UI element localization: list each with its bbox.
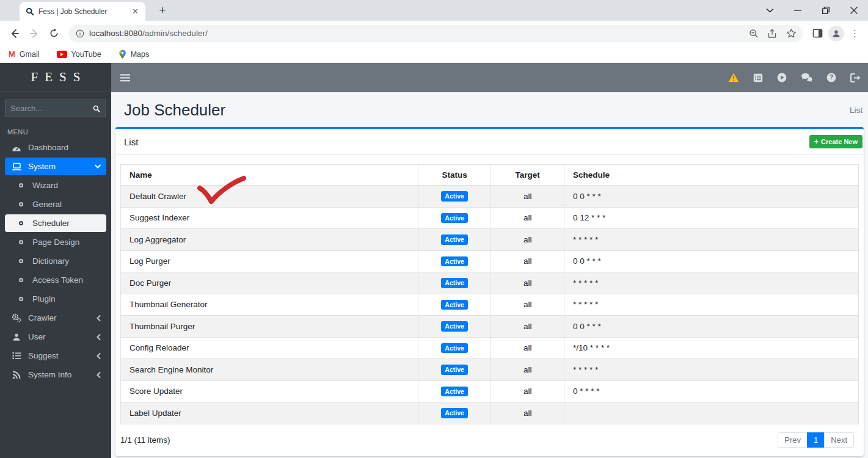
job-name: Suggest Indexer	[121, 207, 418, 229]
address-bar[interactable]: localhost:8080/admin/scheduler/	[68, 25, 803, 42]
table-row[interactable]: Default CrawlerActiveall0 0 * * *	[121, 186, 859, 208]
window-restore-icon[interactable]	[812, 0, 840, 21]
job-schedule: 0 * * * *	[564, 380, 858, 402]
sidebar-item-system[interactable]: System	[5, 158, 106, 175]
status-badge: Active	[441, 213, 468, 224]
url-text[interactable]: localhost:8080/admin/scheduler/	[89, 29, 744, 38]
bookmark-gmail[interactable]: MGmail	[9, 49, 40, 59]
job-target: all	[491, 272, 564, 294]
bookmarks-bar: MGmail YouTube Maps	[0, 46, 868, 63]
sidebar-item-plugin[interactable]: Plugin	[5, 290, 106, 308]
tab-close-icon[interactable]: ✕	[130, 7, 140, 16]
site-info-icon[interactable]	[76, 29, 84, 38]
sidebar-search-button[interactable]	[87, 100, 106, 117]
table-row[interactable]: Search Engine MonitorActiveall* * * * *	[121, 359, 859, 381]
sidebar-item-wizard[interactable]: Wizard	[5, 176, 106, 194]
table-row[interactable]: Label UpdaterActiveall	[121, 402, 859, 424]
job-schedule: 0 0 * * *	[564, 316, 858, 338]
sidebar-item-access-token[interactable]: Access Token	[5, 271, 106, 289]
table-row[interactable]: Thumbnail GeneratorActiveall* * * * *	[121, 294, 859, 316]
sidebar-item-dashboard[interactable]: Dashboard	[5, 139, 106, 156]
warning-icon[interactable]	[728, 73, 739, 82]
chevron-left-icon	[97, 334, 101, 340]
sidebar-item-general[interactable]: General	[5, 195, 106, 213]
sidebar-item-crawler[interactable]: Crawler	[5, 309, 106, 327]
window-minimize-icon[interactable]	[784, 0, 812, 21]
status-badge: Active	[441, 408, 468, 418]
comments-icon[interactable]	[801, 73, 812, 82]
sidebar-item-page-design[interactable]: Page Design	[5, 233, 106, 251]
top-navbar: ?	[111, 63, 868, 92]
sidebar-item-scheduler[interactable]: Scheduler	[5, 214, 106, 232]
new-tab-button[interactable]: +	[154, 2, 171, 19]
maps-icon	[119, 49, 126, 59]
job-target: all	[491, 186, 564, 208]
question-circle-icon[interactable]: ?	[826, 73, 836, 82]
breadcrumb[interactable]: List	[850, 106, 863, 115]
job-target: all	[491, 359, 564, 381]
status-badge: Active	[441, 321, 468, 332]
pagination-page-1-button[interactable]: 1	[807, 432, 825, 448]
back-icon[interactable]	[6, 25, 23, 42]
sidebar-search-input[interactable]	[5, 100, 87, 117]
circle-bullet-icon	[15, 278, 27, 282]
list-alt-icon[interactable]	[753, 73, 763, 82]
table-row[interactable]: Log PurgerActiveall0 0 * * *	[121, 250, 859, 272]
circle-bullet-icon	[15, 240, 27, 244]
forward-icon[interactable]	[26, 25, 43, 42]
create-new-button[interactable]: +Create New	[809, 135, 863, 148]
bookmark-star-icon[interactable]	[786, 28, 797, 38]
tab-search-chevron-icon[interactable]	[756, 0, 784, 21]
sidebar: FESS MENU Dashboard System Wizard Genera…	[0, 63, 111, 458]
job-schedule: 0 0 * * *	[564, 250, 858, 272]
tachometer-icon	[10, 144, 23, 152]
pagination-next-button[interactable]: Next	[824, 432, 854, 448]
browser-menu-icon[interactable]: ⋮	[847, 28, 863, 39]
status-badge: Active	[441, 343, 468, 354]
status-badge: Active	[441, 300, 468, 310]
status-badge: Active	[441, 387, 468, 397]
table-row[interactable]: Thumbnail PurgerActiveall0 0 * * *	[121, 316, 859, 338]
pagination: Prev 1 Next	[778, 432, 854, 448]
zoom-out-icon[interactable]	[749, 29, 759, 38]
job-target: all	[491, 402, 564, 424]
job-schedule: */10 * * * *	[564, 337, 858, 359]
sidebar-item-suggest[interactable]: Suggest	[5, 347, 106, 365]
job-name: Default Crawler	[121, 186, 418, 208]
table-row[interactable]: Config ReloaderActiveall*/10 * * * *	[121, 337, 859, 359]
browser-tab[interactable]: Fess | Job Scheduler ✕	[20, 2, 145, 21]
job-target: all	[491, 380, 564, 402]
refresh-icon[interactable]	[45, 25, 62, 42]
circle-bullet-icon	[15, 221, 27, 225]
card-title: List	[124, 137, 138, 147]
pagination-prev-button[interactable]: Prev	[778, 432, 808, 448]
window-close-icon[interactable]	[840, 0, 868, 21]
hamburger-menu-icon[interactable]	[120, 74, 130, 82]
job-name: Log Purger	[121, 250, 418, 272]
job-schedule	[564, 402, 858, 424]
circle-bullet-icon	[15, 259, 27, 263]
status-badge: Active	[441, 256, 468, 267]
laptop-icon	[10, 162, 23, 171]
sidebar-item-user[interactable]: User	[5, 328, 106, 346]
job-schedule: * * * * *	[564, 272, 858, 294]
side-panel-icon[interactable]	[809, 25, 826, 42]
status-badge: Active	[441, 278, 468, 288]
sidebar-item-dictionary[interactable]: Dictionary	[5, 252, 106, 270]
sign-out-icon[interactable]	[850, 73, 861, 82]
share-icon[interactable]	[767, 29, 778, 38]
bookmark-youtube[interactable]: YouTube	[57, 50, 101, 59]
plus-icon: +	[814, 137, 819, 146]
play-circle-icon[interactable]	[777, 73, 787, 82]
table-row[interactable]: Log AggregatorActiveall* * * * *	[121, 229, 859, 251]
profile-avatar[interactable]	[828, 26, 844, 42]
menu-label: MENU	[0, 121, 111, 138]
table-row[interactable]: Score UpdaterActiveall0 * * * *	[121, 380, 859, 402]
table-row[interactable]: Suggest IndexerActiveall0 12 * * *	[121, 207, 859, 229]
table-row[interactable]: Doc PurgerActiveall* * * * *	[121, 272, 859, 294]
jobs-table: Name Status Target Schedule Default Craw…	[120, 164, 859, 424]
brand-logo[interactable]: FESS	[0, 63, 111, 92]
sidebar-item-system-info[interactable]: System Info	[5, 366, 106, 383]
bookmark-maps[interactable]: Maps	[119, 49, 150, 59]
job-target: all	[491, 250, 564, 272]
